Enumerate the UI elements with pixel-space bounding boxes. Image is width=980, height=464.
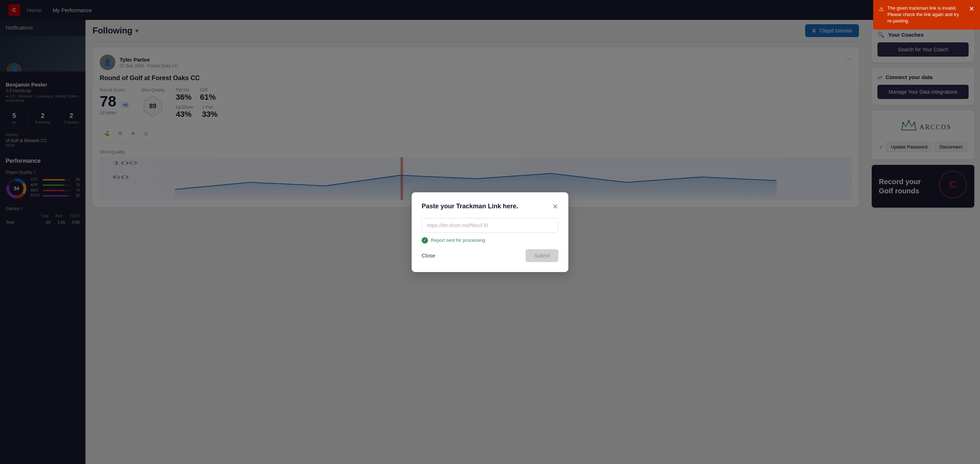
error-toast: ⚠ The given trackman link is invalid. Pl… <box>873 0 980 30</box>
modal-footer: Close Submit <box>422 249 558 262</box>
modal-close-x-button[interactable]: ✕ <box>552 202 558 211</box>
modal-close-button[interactable]: Close <box>422 249 435 261</box>
modal-title: Paste your Trackman Link here. <box>422 203 518 210</box>
modal-overlay: Paste your Trackman Link here. ✕ ✓ Repor… <box>0 0 980 464</box>
warning-icon: ⚠ <box>879 5 884 13</box>
trackman-modal: Paste your Trackman Link here. ✕ ✓ Repor… <box>412 192 568 272</box>
success-icon: ✓ <box>422 237 428 243</box>
toast-close-button[interactable]: ✕ <box>969 5 974 13</box>
success-text: Report sent for processing <box>431 238 485 243</box>
modal-header: Paste your Trackman Link here. ✕ <box>422 202 558 211</box>
success-message: ✓ Report sent for processing <box>422 237 558 243</box>
modal-submit-button[interactable]: Submit <box>526 249 558 262</box>
trackman-link-input[interactable] <box>422 218 558 233</box>
toast-message: The given trackman link is invalid. Plea… <box>888 5 966 25</box>
